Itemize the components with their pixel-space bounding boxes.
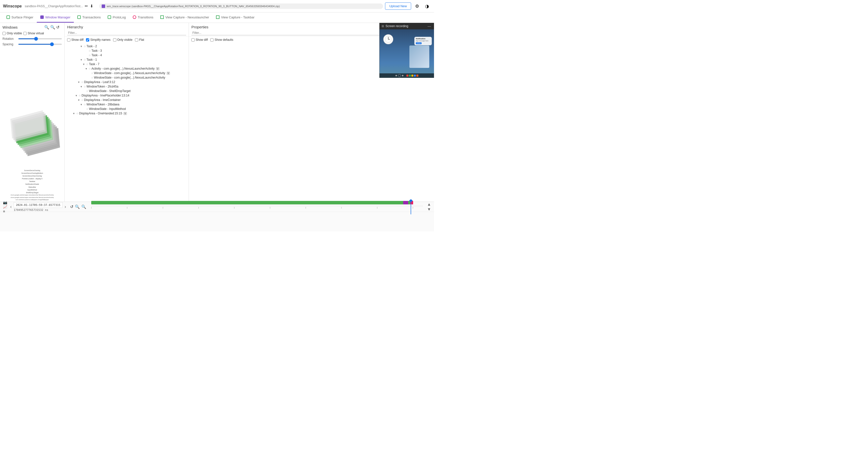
tree-star-shelldroptarget: ☆ <box>86 90 89 93</box>
edit-icon[interactable]: ✏ <box>85 4 88 8</box>
viz-label-statusbar: StatusBar <box>0 186 64 188</box>
timeline-zoom-in-icon[interactable]: 🔍 <box>75 205 80 209</box>
tree-expand-displayarea-leaf[interactable]: ▼ <box>77 81 81 84</box>
screen-recording-display: Notification App message here OPEN <box>379 29 434 78</box>
tree-expand-inputmethod[interactable]: • <box>82 108 86 111</box>
theme-icon[interactable]: ◑ <box>423 2 431 10</box>
timeline-zoom-out-icon[interactable]: 🔍 <box>81 205 86 209</box>
search-icon[interactable]: 🔍 <box>44 25 49 30</box>
tree-node-windowstate-nexuslauncher1[interactable]: • ☆ WindowState - com.google(...).NexusL… <box>65 71 189 75</box>
tree-expand-task3[interactable]: • <box>85 50 88 52</box>
tree-node-windowtoken-2fcd45a[interactable]: ▼ ☆ WindowToken - 2fcd45a <box>65 84 189 89</box>
tree-node-windowtoken-28bdaea[interactable]: ▼ ☆ WindowToken - 28bdaea <box>65 102 189 107</box>
only-visible-checkbox-label[interactable]: Only visible <box>2 32 22 35</box>
tree-expand-shelldroptarget[interactable]: • <box>82 90 86 93</box>
taskbar-icon-5 <box>416 74 418 76</box>
search-add-icon[interactable]: 🔍 <box>50 25 55 30</box>
tree-expand-task7[interactable]: ▼ <box>82 63 86 66</box>
tab-view-capture-taskbar[interactable]: View Capture - Taskbar <box>213 12 258 23</box>
hierarchy-flat-checkbox[interactable] <box>135 38 138 41</box>
viz-label-screendecorrhwc: ScreenDecorHwcOverlay <box>0 175 64 177</box>
tab-transactions[interactable]: Transactions <box>74 12 104 23</box>
download-icon[interactable]: ⬇ <box>90 4 93 8</box>
viz-labels: ScreenDecorOverlay ScreenDecorOverlayBot… <box>0 169 64 201</box>
tree-star-task3: ☆ <box>89 49 91 53</box>
tree-text-task3: Task - 3 <box>91 49 102 53</box>
timeline-scroll-down-button[interactable]: ▼ <box>427 207 431 212</box>
badge-v-onehanded: V <box>123 112 127 115</box>
timeline-bars-area: || || || || || <box>91 199 423 214</box>
hierarchy-only-visible-checkbox[interactable] <box>113 38 116 41</box>
rotation-slider[interactable] <box>18 38 62 39</box>
tree-node-task4[interactable]: • ☆ Task - 4 <box>65 53 189 57</box>
tab-protolog[interactable]: ProtoLog <box>104 12 129 23</box>
taskbar-dot-1 <box>396 75 397 76</box>
properties-show-defaults-checkbox[interactable] <box>210 38 214 41</box>
timeline-refresh-icon[interactable]: ↺ <box>70 205 73 209</box>
tab-transitions[interactable]: Transitions <box>129 12 157 23</box>
file-chip-text: wm_trace.winscope (sandbox-PASS__ChangeA… <box>106 5 280 8</box>
tree-node-displayarea-imecontainer[interactable]: ▼ ☆ DisplayArea - ImeContainer <box>65 98 189 102</box>
tree-expand-imeph[interactable]: ▼ <box>74 94 78 97</box>
hierarchy-show-diff-label[interactable]: Show diff <box>67 38 84 41</box>
tab-window-manager[interactable]: Window Manager <box>37 12 74 23</box>
only-visible-checkbox[interactable] <box>2 32 6 35</box>
hierarchy-simplify-names-checkbox[interactable] <box>86 38 89 41</box>
hierarchy-only-visible-label[interactable]: Only visible <box>113 38 132 41</box>
properties-show-defaults-label[interactable]: Show defaults <box>210 38 233 41</box>
hierarchy-flat-label[interactable]: Flat <box>135 38 144 41</box>
timeline-icon-bars[interactable]: ≡ <box>3 209 7 213</box>
upload-new-button[interactable]: Upload New <box>385 2 411 10</box>
taskbar-home <box>398 74 401 77</box>
properties-show-diff-checkbox[interactable] <box>191 38 195 41</box>
tab-view-capture-nexuslauncher[interactable]: View Capture - Nexuslauncher <box>157 12 213 23</box>
timeline-prev-button[interactable]: ‹ <box>10 204 12 209</box>
timeline-scroll-up-button[interactable]: ▲ <box>427 202 431 207</box>
tree-expand-onehanded[interactable]: ▼ <box>72 112 75 115</box>
tree-node-activity-nexuslauncher[interactable]: ▼ ☆ Activity - com.google(...).NexusLaun… <box>65 66 189 71</box>
rotation-label: Rotation <box>2 37 16 40</box>
settings-icon[interactable]: ⚙ <box>413 2 421 10</box>
tree-expand-ws2[interactable]: • <box>87 76 91 79</box>
hierarchy-filter-input[interactable] <box>67 31 186 35</box>
hierarchy-tree[interactable]: ▼ ☆ Task - 2 • ☆ Task - 3 • ☆ Task - 4 ▼… <box>65 43 189 202</box>
tree-node-task3[interactable]: • ☆ Task - 3 <box>65 49 189 53</box>
show-virtual-checkbox-label[interactable]: Show virtual <box>23 32 44 35</box>
tree-expand-ws1[interactable]: • <box>87 72 91 74</box>
timeline-scroll-buttons: ▲ ▼ <box>426 202 432 212</box>
timeline-next-button[interactable]: › <box>65 204 66 209</box>
tree-expand-28bdaea[interactable]: ▼ <box>80 103 83 106</box>
tree-node-displayarea-onehanded[interactable]: ▼ ☆ DisplayArea - OneHanded:15:15 V <box>65 111 189 116</box>
tree-node-task1[interactable]: ▼ ☆ Task - 1 <box>65 57 189 62</box>
app-title: Winscope <box>3 4 22 8</box>
tree-node-displayarea-leaf[interactable]: ▼ ☆ DisplayArea - Leaf:3:12 <box>65 80 189 84</box>
rotation-slider-row: Rotation <box>0 36 64 41</box>
show-virtual-checkbox[interactable] <box>23 32 27 35</box>
tree-node-displayarea-imeph[interactable]: ▼ ☆ DisplayArea - ImePlaceholder:13:14 <box>65 93 189 98</box>
tree-expand-task4[interactable]: • <box>85 54 88 57</box>
tree-expand-task2[interactable]: ▼ <box>80 45 83 48</box>
tree-node-windowstate-inputmethod[interactable]: • ☆ WindowState - InputMethod <box>65 107 189 111</box>
hierarchy-show-diff-checkbox[interactable] <box>67 38 70 41</box>
tree-expand-task1[interactable]: ▼ <box>80 58 83 61</box>
tree-node-windowstate-shelldroptarget[interactable]: • ☆ WindowState - ShellDropTarget <box>65 89 189 93</box>
tree-expand-activity[interactable]: ▼ <box>85 67 88 70</box>
timeline-icon-line[interactable]: 📈 <box>3 205 7 209</box>
tree-node-task7[interactable]: ▼ ☆ Task - 7 <box>65 62 189 66</box>
timeline-icon-video[interactable]: 📷 <box>3 200 7 205</box>
tree-node-windowstate-nexuslauncher2[interactable]: • ☆ WindowState - com.google(...).NexusL… <box>65 75 189 80</box>
spacing-slider[interactable] <box>18 44 62 45</box>
taskbar-app-icons <box>406 74 418 76</box>
windows-checkboxes: Only visible Show virtual <box>0 31 64 36</box>
tab-surface-flinger[interactable]: Surface Flinger <box>3 12 37 23</box>
minimize-icon[interactable]: — <box>427 24 432 28</box>
history-icon[interactable]: ↺ <box>56 25 59 30</box>
tree-text-inputmethod: WindowState - InputMethod <box>89 107 126 111</box>
tree-node-task2[interactable]: ▼ ☆ Task - 2 <box>65 44 189 49</box>
tree-expand-windowtoken[interactable]: ▼ <box>80 85 83 88</box>
windows-title: Windows <box>2 25 18 29</box>
hierarchy-title: Hierarchy <box>67 25 186 29</box>
properties-show-diff-label[interactable]: Show diff <box>191 38 208 41</box>
hierarchy-simplify-names-label[interactable]: Simplify names <box>86 38 111 41</box>
tree-expand-imecontainer[interactable]: ▼ <box>77 99 81 101</box>
